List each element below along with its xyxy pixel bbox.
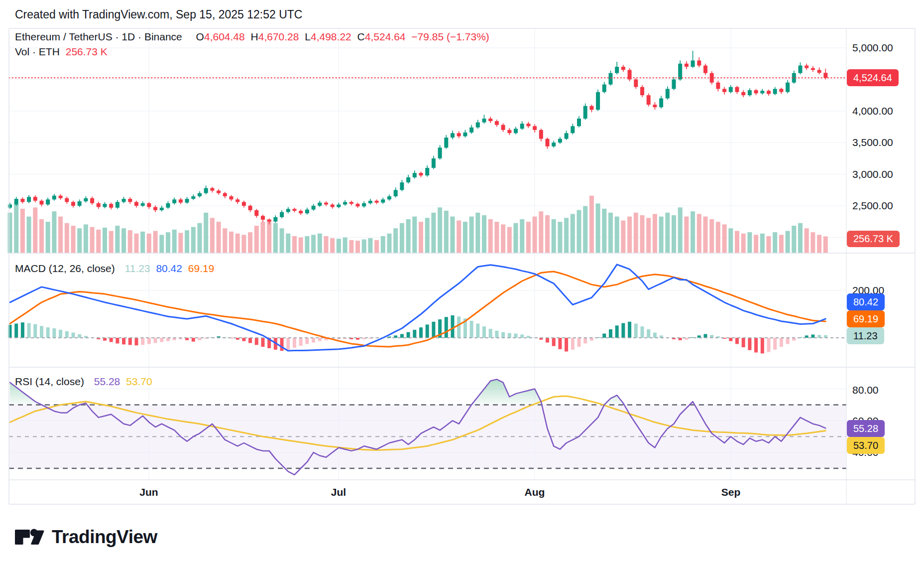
month-label-sep[interactable]: Sep xyxy=(721,486,741,498)
macd-signal-value: 69.19 xyxy=(188,263,215,274)
volume-badge: 256.73 K xyxy=(847,231,900,247)
open-value: 4,604.48 xyxy=(204,31,245,42)
volume-label: Vol · ETH xyxy=(15,46,60,57)
rsi-value-badge: 55.28 xyxy=(847,420,885,437)
rsi-legend: RSI (14, close) 55.28 53.70 xyxy=(15,376,155,388)
last-price-badge: 4,524.64 xyxy=(847,69,899,86)
rsi-value: 55.28 xyxy=(94,376,120,387)
price-macd-rsi-chart[interactable] xyxy=(0,0,924,566)
low-value: 4,498.22 xyxy=(311,31,351,42)
tradingview-logo-text: TradingView xyxy=(52,527,157,548)
macd-hist-badge: 11.23 xyxy=(847,327,884,344)
open-label: O xyxy=(196,31,204,42)
rsi-title: RSI (14, close) xyxy=(15,376,84,387)
month-label-jun[interactable]: Jun xyxy=(139,486,158,498)
watermark-note: Created with TradingView.com, Sep 15, 20… xyxy=(15,8,302,21)
rsi-ma-badge: 53.70 xyxy=(847,437,885,454)
price-tick-3000: 3,000.00 xyxy=(852,168,893,180)
tradingview-logo-icon xyxy=(15,526,45,548)
tradingview-logo[interactable]: TradingView xyxy=(15,526,157,548)
month-label-aug[interactable]: Aug xyxy=(525,486,545,498)
close-value: 4,524.64 xyxy=(365,31,406,42)
month-label-jul[interactable]: Jul xyxy=(331,486,346,498)
low-label: L xyxy=(305,31,311,42)
macd-hist-value: 11.23 xyxy=(125,263,150,274)
close-label: C xyxy=(357,31,365,42)
change-value: −79.85 (−1.73%) xyxy=(411,31,489,42)
volume-legend: Vol · ETH 256.73 K xyxy=(15,46,111,58)
macd-legend: MACD (12, 26, close) 11.23 80.42 69.19 xyxy=(15,263,217,275)
price-tick-4000: 4,000.00 xyxy=(852,105,893,117)
volume-value: 256.73 K xyxy=(66,46,108,57)
symbol-title: Ethereum / TetherUS · 1D · Binance xyxy=(15,31,182,42)
rsi-tick-80: 80.00 xyxy=(852,384,879,396)
high-label: H xyxy=(251,31,258,42)
macd-title: MACD (12, 26, close) xyxy=(15,263,115,274)
macd-value-badge: 80.42 xyxy=(847,293,885,310)
price-tick-5000: 5,000.00 xyxy=(852,42,893,54)
price-tick-2500: 2,500.00 xyxy=(852,200,893,212)
high-value: 4,670.28 xyxy=(258,31,299,42)
symbol-legend: Ethereum / TetherUS · 1D · Binance O4,60… xyxy=(15,31,492,43)
rsi-ma-value: 53.70 xyxy=(126,376,152,387)
price-tick-3500: 3,500.00 xyxy=(852,137,893,148)
macd-signal-badge: 69.19 xyxy=(847,310,885,327)
macd-line-value: 80.42 xyxy=(156,263,182,274)
